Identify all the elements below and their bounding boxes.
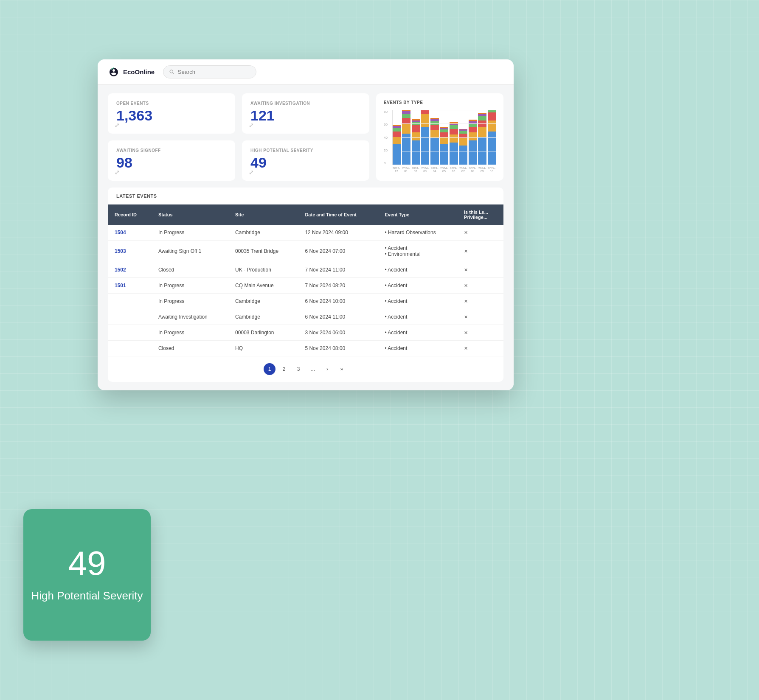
chart-x-label-1: 2024-01 (402, 167, 410, 173)
page-2-button[interactable]: 2 (278, 363, 290, 375)
chart-bar-segment (393, 144, 401, 165)
chart-y-labels: 0 20 40 60 80 (384, 110, 388, 165)
site-cell: Cambridge (228, 309, 298, 325)
chart-bar-segment (450, 129, 458, 134)
chart-bar-segment (478, 120, 486, 127)
search-bar[interactable] (163, 65, 256, 78)
logo-icon (108, 66, 120, 78)
event-type-cell: Accident (378, 309, 457, 325)
table-body: 1504In ProgressCambridge12 Nov 2024 09:0… (108, 225, 503, 356)
logo-text: EcoOnline (123, 68, 155, 76)
chart-bar-segment (478, 116, 486, 120)
search-input[interactable] (178, 69, 250, 75)
col-event-type: Event Type (378, 204, 457, 225)
chart-bar-segment (402, 118, 410, 123)
event-type-cell: AccidentEnvironmental (378, 241, 457, 262)
datetime-cell: 6 Nov 2024 07:00 (298, 241, 378, 262)
chart-bar-segment (393, 132, 401, 137)
chart-bar-segment (488, 112, 496, 121)
datetime-cell: 12 Nov 2024 09:00 (298, 225, 378, 241)
status-cell: Awaiting Investigation (152, 309, 228, 325)
event-type-item: Accident (385, 345, 450, 351)
main-content: OPEN EVENTS 1,363 ⤢ AWAITING INVESTIGATI… (98, 85, 514, 390)
chart-bar-segment (459, 138, 467, 145)
expand-icon-4[interactable]: ⤢ (249, 169, 254, 176)
chart-bar-segment (421, 110, 429, 114)
status-cell: Closed (152, 262, 228, 278)
datetime-cell: 5 Nov 2024 08:00 (298, 341, 378, 356)
chart-column-10 (488, 110, 496, 165)
event-type-cell: Accident (378, 325, 457, 341)
search-icon (169, 69, 174, 75)
chart-bar-segment (450, 134, 458, 143)
privilege-cell: ✕ (457, 241, 503, 262)
chart-bar-segment (430, 121, 439, 125)
chart-column-8 (469, 120, 477, 165)
privilege-cell: ✕ (457, 225, 503, 241)
col-privilege: Is this Le...Privilege... (457, 204, 503, 225)
privilege-cell: ✕ (457, 294, 503, 309)
table-row: 1504In ProgressCambridge12 Nov 2024 09:0… (108, 225, 503, 241)
chart-x-label-7: 2024-07 (459, 167, 467, 173)
chart-bar-segment (488, 120, 496, 132)
expand-icon-2[interactable]: ⤢ (249, 122, 254, 129)
col-status: Status (152, 204, 228, 225)
chart-bar-segment (469, 127, 477, 132)
high-potential-card: HIGH POTENTIAL SEVERITY 49 ⤢ (242, 140, 369, 181)
open-events-card: OPEN EVENTS 1,363 ⤢ (108, 93, 235, 134)
record-link[interactable]: 1504 (115, 230, 126, 235)
chart-bar-segment (440, 132, 448, 137)
chart-x-label-8: 2024-08 (469, 167, 477, 173)
page-3-button[interactable]: 3 (292, 363, 304, 375)
page-next-button[interactable]: › (321, 363, 333, 375)
chart-column-9 (478, 113, 486, 165)
chart-x-label-4: 2024-04 (430, 167, 439, 173)
chart-bar-segment (459, 146, 467, 165)
green-card-number: 49 (68, 546, 106, 580)
chart-bar-segment (393, 128, 401, 132)
site-cell: Cambridge (228, 225, 298, 241)
events-table: Record ID Status Site Date and Time of E… (108, 204, 503, 356)
app-window: EcoOnline OPEN EVENTS 1,363 ⤢ AWAITING I… (98, 59, 514, 390)
status-cell: Awaiting Sign Off 1 (152, 241, 228, 262)
event-type-cell: Accident (378, 294, 457, 309)
table-header-row: Record ID Status Site Date and Time of E… (108, 204, 503, 225)
chart-bar-segment (450, 143, 458, 165)
record-link[interactable]: 1501 (115, 283, 126, 288)
stats-section: OPEN EVENTS 1,363 ⤢ AWAITING INVESTIGATI… (108, 93, 503, 181)
table-head: Record ID Status Site Date and Time of E… (108, 204, 503, 225)
event-type-cell: Accident (378, 341, 457, 356)
record-link[interactable]: 1502 (115, 267, 126, 273)
chart-x-labels: 2023-122024-012024-022024-032024-042024-… (392, 167, 496, 173)
event-type-cell: Hazard Observations (378, 225, 457, 241)
awaiting-investigation-value: 121 (250, 108, 361, 123)
latest-events-section: LATEST EVENTS Record ID Status Site Date… (108, 188, 503, 382)
event-type-cell: Accident (378, 262, 457, 278)
site-cell: UK - Production (228, 262, 298, 278)
chart-bar-segment (402, 123, 410, 134)
high-potential-value: 49 (250, 155, 361, 170)
awaiting-investigation-label: AWAITING INVESTIGATION (250, 101, 361, 106)
expand-icon[interactable]: ⤢ (115, 122, 120, 129)
privilege-cell: ✕ (457, 341, 503, 356)
status-cell: In Progress (152, 325, 228, 341)
chart-column-1 (402, 110, 410, 165)
header: EcoOnline (98, 59, 514, 85)
expand-icon-3[interactable]: ⤢ (115, 169, 120, 176)
datetime-cell: 3 Nov 2024 06:00 (298, 325, 378, 341)
page-ellipsis: … (307, 363, 319, 375)
datetime-cell: 7 Nov 2024 08:20 (298, 278, 378, 294)
record-link[interactable]: 1503 (115, 248, 126, 254)
chart-column-4 (430, 118, 439, 165)
event-type-item: Accident (385, 314, 450, 320)
col-record-id: Record ID (108, 204, 152, 225)
chart-bar-segment (430, 138, 439, 165)
chart-column-5 (440, 127, 448, 165)
svg-line-1 (173, 73, 174, 74)
awaiting-signoff-label: AWAITING SIGNOFF (116, 148, 227, 153)
chart-bar-segment (430, 125, 439, 130)
chart-container: 0 20 40 60 80 (384, 110, 496, 174)
site-cell: 00003 Darlington (228, 325, 298, 341)
page-last-button[interactable]: » (336, 363, 348, 375)
page-1-button[interactable]: 1 (264, 363, 275, 375)
